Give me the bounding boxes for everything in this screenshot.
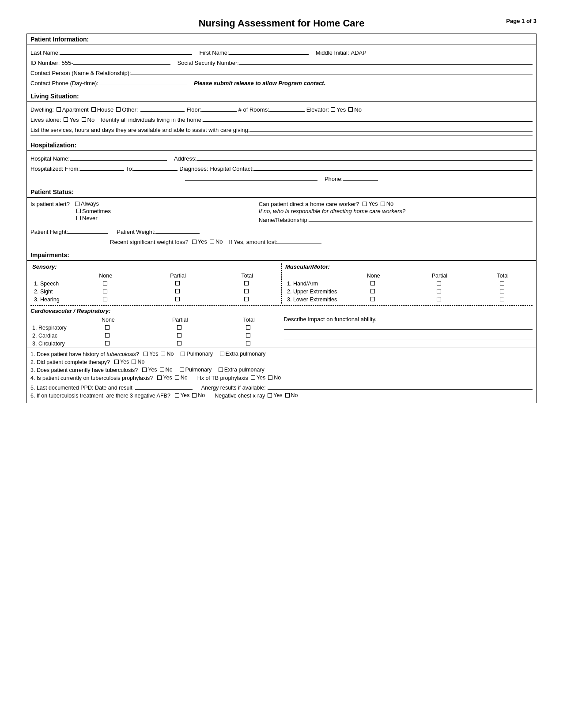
contact-person-field[interactable] bbox=[131, 68, 533, 75]
services-field[interactable] bbox=[249, 125, 533, 132]
alert-never-row: Never bbox=[76, 215, 259, 221]
weight-loss-yes-checkbox[interactable] bbox=[192, 240, 196, 244]
diagnoses-field[interactable] bbox=[185, 174, 317, 181]
tb6-no-checkbox[interactable] bbox=[192, 393, 196, 398]
floor-field[interactable] bbox=[201, 105, 237, 112]
from-field[interactable] bbox=[80, 164, 124, 171]
circ-partial-checkbox[interactable] bbox=[177, 341, 181, 345]
impairments-divider bbox=[281, 263, 282, 304]
page-number: Page 1 of 3 bbox=[506, 18, 537, 24]
tb4-yes-checkbox[interactable] bbox=[157, 375, 162, 380]
cardiac-total-checkbox[interactable] bbox=[246, 333, 250, 338]
last-name-field[interactable] bbox=[60, 48, 192, 55]
circ-total-checkbox[interactable] bbox=[246, 341, 250, 345]
sensory-total-header: Total bbox=[216, 272, 278, 280]
other-checkbox[interactable] bbox=[116, 107, 121, 112]
apartment-label: Apartment bbox=[62, 106, 89, 113]
sight-none-checkbox[interactable] bbox=[103, 289, 107, 293]
house-checkbox[interactable] bbox=[91, 107, 96, 112]
address-field[interactable] bbox=[196, 154, 533, 161]
resp-total-checkbox[interactable] bbox=[246, 325, 250, 330]
cardiac-none-checkbox[interactable] bbox=[105, 333, 110, 338]
sometimes-checkbox[interactable] bbox=[76, 209, 81, 213]
upper-none-checkbox[interactable] bbox=[370, 289, 375, 293]
speech-none-checkbox[interactable] bbox=[103, 281, 107, 285]
never-label: Never bbox=[82, 215, 98, 221]
describe-line-1[interactable] bbox=[284, 323, 533, 330]
tb3-yes-checkbox[interactable] bbox=[142, 368, 147, 372]
hearing-none-checkbox[interactable] bbox=[103, 297, 107, 301]
tb1-yes-checkbox[interactable] bbox=[144, 352, 148, 356]
tb3-no-checkbox[interactable] bbox=[160, 368, 164, 372]
tb1-no-checkbox[interactable] bbox=[161, 352, 165, 356]
resp-none-checkbox[interactable] bbox=[105, 325, 110, 330]
weight-loss-no-checkbox[interactable] bbox=[210, 240, 214, 244]
tb4-hx-yes-checkbox[interactable] bbox=[251, 375, 255, 380]
name-rel-field[interactable] bbox=[309, 215, 533, 222]
extrapulm1-checkbox[interactable] bbox=[220, 352, 224, 356]
extrapulm3-checkbox[interactable] bbox=[219, 368, 223, 372]
hand-none-checkbox[interactable] bbox=[370, 281, 375, 285]
lower-total-checkbox[interactable] bbox=[500, 297, 504, 301]
contact-phone-field[interactable] bbox=[98, 78, 187, 85]
tb6-yes-checkbox[interactable] bbox=[175, 393, 179, 398]
circ-none-checkbox[interactable] bbox=[105, 341, 110, 345]
lives-alone-no-checkbox[interactable] bbox=[82, 117, 86, 122]
direct-yes-checkbox[interactable] bbox=[363, 202, 367, 206]
upper-partial-checkbox[interactable] bbox=[437, 289, 441, 293]
tb4-hx-no-checkbox[interactable] bbox=[268, 375, 272, 380]
describe-line-2[interactable] bbox=[284, 332, 533, 339]
never-checkbox[interactable] bbox=[76, 216, 81, 220]
rooms-field[interactable] bbox=[269, 105, 305, 112]
other-field[interactable] bbox=[140, 105, 185, 112]
ppd-field[interactable] bbox=[135, 383, 193, 390]
anergy-field[interactable] bbox=[268, 383, 533, 390]
hearing-total-checkbox[interactable] bbox=[244, 297, 249, 301]
tb6-xray-yes-checkbox[interactable] bbox=[268, 393, 272, 398]
pulm1-checkbox[interactable] bbox=[181, 352, 185, 356]
hearing-partial-checkbox[interactable] bbox=[175, 297, 180, 301]
impairments-section: Impairments: Sensory: None Partial Total bbox=[27, 250, 536, 348]
cardiac-partial-checkbox[interactable] bbox=[177, 333, 181, 338]
tb3-yes-label: Yes bbox=[148, 367, 157, 373]
upper-total-checkbox[interactable] bbox=[500, 289, 504, 293]
cardio-right: Describe impact on functional ability. bbox=[280, 316, 533, 348]
amount-lost-field[interactable] bbox=[277, 237, 321, 244]
elevator-yes-checkbox[interactable] bbox=[331, 107, 335, 112]
impairments-body: Sensory: None Partial Total bbox=[27, 261, 536, 348]
ssn-field[interactable] bbox=[239, 58, 533, 65]
id-prefix: 555- bbox=[61, 60, 73, 66]
pulm3-checkbox[interactable] bbox=[180, 368, 184, 372]
tb4-no-checkbox[interactable] bbox=[175, 375, 179, 380]
hand-partial-checkbox[interactable] bbox=[437, 281, 441, 285]
hospital-contact-field[interactable] bbox=[253, 164, 533, 171]
direct-no-checkbox[interactable] bbox=[381, 202, 385, 206]
phone-field[interactable] bbox=[343, 174, 378, 181]
sight-partial-checkbox[interactable] bbox=[175, 289, 180, 293]
to-field[interactable] bbox=[133, 164, 178, 171]
hand-total-checkbox[interactable] bbox=[500, 281, 504, 285]
weight-loss-yes-label: Yes bbox=[198, 238, 207, 245]
tb4-hx-no-item: No bbox=[268, 375, 281, 381]
speech-partial-checkbox[interactable] bbox=[175, 281, 180, 285]
tb6-xray-no-checkbox[interactable] bbox=[285, 393, 290, 398]
tb2-yes-checkbox[interactable] bbox=[114, 360, 119, 364]
id-number-field[interactable] bbox=[73, 58, 170, 65]
lower-partial-checkbox[interactable] bbox=[437, 297, 441, 301]
hospital-name-label: Hospital Name: bbox=[30, 155, 70, 162]
identify-field[interactable] bbox=[203, 115, 533, 122]
speech-total-checkbox[interactable] bbox=[244, 281, 249, 285]
apartment-checkbox[interactable] bbox=[57, 107, 61, 112]
height-field[interactable] bbox=[68, 227, 108, 234]
first-name-field[interactable] bbox=[229, 48, 309, 55]
tb2-no-checkbox[interactable] bbox=[132, 360, 136, 364]
resp-partial-checkbox[interactable] bbox=[177, 325, 181, 330]
weight-field[interactable] bbox=[155, 227, 200, 234]
lower-none-checkbox[interactable] bbox=[370, 297, 375, 301]
contact-person-row: Contact Person (Name & Relationship): bbox=[30, 68, 533, 76]
lives-alone-yes-checkbox[interactable] bbox=[64, 117, 68, 122]
always-checkbox[interactable] bbox=[75, 202, 79, 206]
hospital-name-field[interactable] bbox=[70, 154, 167, 161]
sight-total-checkbox[interactable] bbox=[244, 289, 249, 293]
elevator-no-checkbox[interactable] bbox=[348, 107, 353, 112]
